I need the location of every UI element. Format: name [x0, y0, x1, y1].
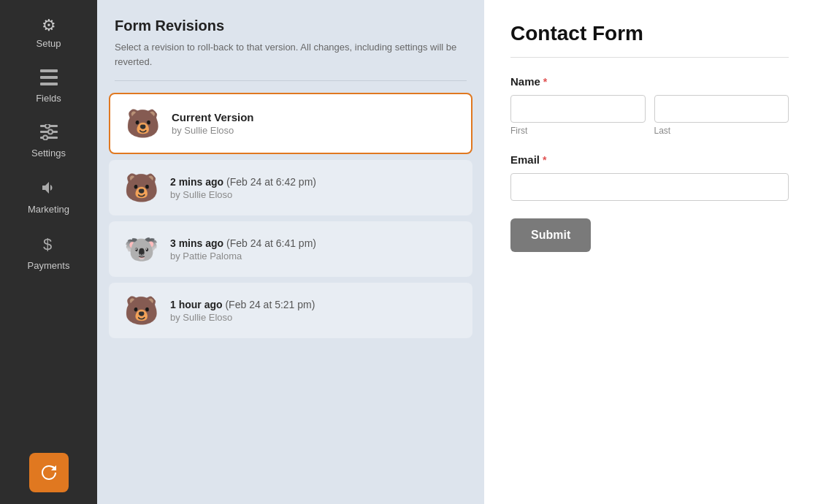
- current-version-label: Current Version: [172, 111, 254, 123]
- avatar-current: 🐻: [125, 106, 160, 141]
- email-input[interactable]: [510, 173, 789, 201]
- svg-point-10: [48, 130, 53, 134]
- last-name-wrap: Last: [654, 95, 789, 136]
- avatar-revision-1: 🐨: [123, 232, 158, 267]
- revisions-panel: Form Revisions Select a revision to roll…: [97, 0, 484, 504]
- sidebar-item-setup[interactable]: ⚙ Setup: [0, 7, 97, 59]
- svg-text:$: $: [43, 235, 52, 253]
- email-field: Email *: [510, 153, 789, 201]
- marketing-icon: [40, 179, 58, 199]
- svg-rect-2: [40, 83, 58, 85]
- last-sublabel: Last: [654, 126, 789, 136]
- fields-icon: [40, 69, 58, 88]
- current-version-author: by Sullie Eloso: [172, 125, 254, 136]
- email-label: Email *: [510, 153, 789, 166]
- panel-header: Form Revisions Select a revision to roll…: [97, 0, 484, 80]
- sidebar-item-marketing[interactable]: Marketing: [0, 169, 97, 225]
- first-name-wrap: First: [510, 95, 646, 136]
- name-required-star: *: [543, 76, 547, 88]
- sidebar-item-settings[interactable]: Settings: [0, 114, 97, 169]
- first-name-input[interactable]: [510, 95, 646, 123]
- sidebar-item-label-payments: Payments: [28, 260, 70, 271]
- settings-icon: [40, 124, 58, 143]
- revision-card-0[interactable]: 🐻 2 mins ago (Feb 24 at 6:42 pm) by Sull…: [109, 160, 472, 215]
- revision-card-1[interactable]: 🐨 3 mins ago (Feb 24 at 6:41 pm) by Patt…: [109, 221, 472, 277]
- avatar-revision-2: 🐻: [123, 293, 158, 328]
- current-version-info: Current Version by Sullie Eloso: [172, 111, 254, 136]
- panel-content: 🐻 Current Version by Sullie Eloso 🐻 2 mi…: [97, 93, 484, 350]
- last-name-input[interactable]: [654, 95, 789, 123]
- panel-title: Form Revisions: [115, 18, 467, 34]
- revision-time-2: 1 hour ago (Feb 24 at 5:21 pm): [170, 299, 315, 310]
- avatar-revision-0: 🐻: [123, 170, 158, 205]
- sidebar: ⚙ Setup Fields Setti: [0, 0, 97, 504]
- revision-info-2: 1 hour ago (Feb 24 at 5:21 pm) by Sullie…: [170, 299, 315, 323]
- sidebar-item-payments[interactable]: $ Payments: [0, 225, 97, 281]
- payments-icon: $: [42, 235, 56, 256]
- sidebar-item-label-fields: Fields: [36, 93, 61, 104]
- svg-rect-0: [40, 69, 58, 72]
- sidebar-item-label-settings: Settings: [31, 148, 66, 159]
- email-required-star: *: [543, 154, 546, 166]
- svg-rect-1: [40, 76, 58, 79]
- name-fields-row: First Last: [510, 95, 789, 136]
- revision-info-1: 3 mins ago (Feb 24 at 6:41 pm) by Pattie…: [170, 237, 316, 261]
- svg-rect-8: [47, 137, 58, 139]
- revision-author-1: by Pattie Paloma: [170, 251, 316, 261]
- svg-point-11: [43, 136, 47, 140]
- current-version-card[interactable]: 🐻 Current Version by Sullie Eloso: [109, 93, 472, 154]
- divider: [115, 80, 467, 81]
- sidebar-bottom: [0, 441, 97, 504]
- sidebar-item-fields[interactable]: Fields: [0, 59, 97, 114]
- name-field: Name * First Last: [510, 75, 789, 136]
- contact-form-preview: Contact Form Name * First Last Email: [484, 0, 815, 504]
- revision-card-2[interactable]: 🐻 1 hour ago (Feb 24 at 5:21 pm) by Sull…: [109, 283, 472, 338]
- sidebar-item-label-marketing: Marketing: [28, 204, 69, 215]
- revision-time-0: 2 mins ago (Feb 24 at 6:42 pm): [170, 176, 316, 188]
- revisions-button[interactable]: [29, 453, 69, 492]
- gear-icon: ⚙: [42, 18, 56, 34]
- panel-description: Select a revision to roll-back to that v…: [115, 40, 467, 69]
- revision-info-0: 2 mins ago (Feb 24 at 6:42 pm) by Sullie…: [170, 176, 316, 200]
- first-sublabel: First: [510, 126, 646, 136]
- right-panel: Contact Form Name * First Last Email: [484, 0, 815, 504]
- name-label: Name *: [510, 75, 789, 88]
- form-title: Contact Form: [510, 22, 789, 58]
- revision-author-2: by Sullie Eloso: [170, 312, 315, 323]
- revision-time-1: 3 mins ago (Feb 24 at 6:41 pm): [170, 237, 316, 249]
- submit-button[interactable]: Submit: [510, 218, 591, 252]
- sidebar-item-label-setup: Setup: [37, 38, 61, 49]
- revision-author-0: by Sullie Eloso: [170, 189, 316, 200]
- svg-point-9: [45, 124, 50, 129]
